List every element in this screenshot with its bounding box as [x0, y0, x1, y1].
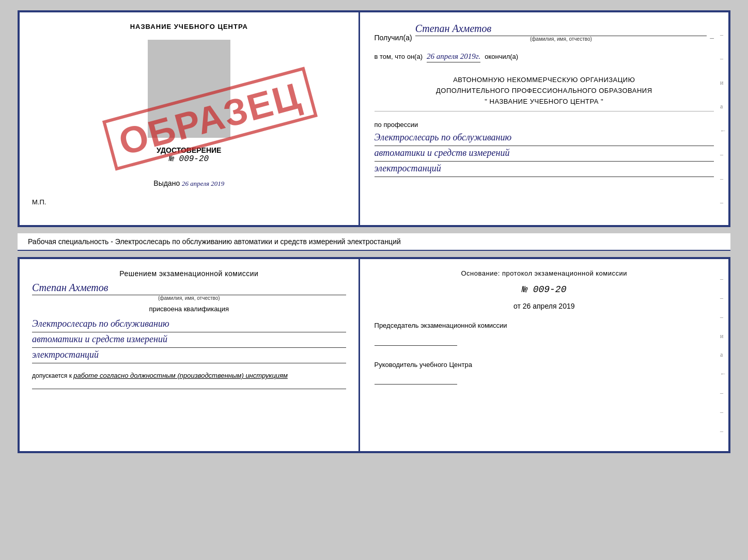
specialty-bar: Рабочая специальность - Электрослесарь п…: [18, 233, 730, 251]
b-dash-r9: –: [720, 427, 726, 435]
b-dash-r3: –: [720, 313, 726, 321]
допускается-value: работе согласно должностным (производств…: [73, 372, 288, 379]
b-dash-r4: и: [720, 332, 726, 340]
head-signature-line: [375, 374, 714, 388]
chairman-label: Председатель экзаменационной комиссии: [375, 321, 714, 331]
dash-r3: и: [720, 79, 726, 87]
org-line2: ДОПОЛНИТЕЛЬНОГО ПРОФЕССИОНАЛЬНОГО ОБРАЗО…: [375, 86, 714, 97]
right-dashes: – – и а ← – – –: [720, 12, 726, 225]
bottom-left-line: [32, 389, 346, 389]
dash-r1: –: [720, 31, 726, 39]
profession-line3: электростанций: [375, 162, 714, 177]
recipient-name: Степан Ахметов: [415, 23, 707, 36]
vtom-date: 26 апреля 2019г.: [427, 52, 480, 62]
head-label: Руководитель учебного Центра: [375, 360, 714, 371]
received-label: Получил(а): [375, 34, 412, 42]
page-wrapper: НАЗВАНИЕ УЧЕБНОГО ЦЕНТРА УДОСТОВЕРЕНИЕ №…: [18, 10, 730, 453]
qualification-line2: автоматики и средств измерений: [32, 332, 346, 348]
b-dash-r7: –: [720, 389, 726, 397]
po-professii-label: по профессии: [375, 121, 714, 129]
dash-r4: а: [720, 103, 726, 110]
prisvoena-label: присвоена квалификация: [32, 305, 346, 313]
issued-label: Выдано: [153, 179, 180, 187]
issued-row: Выдано 26 апреля 2019: [153, 179, 224, 188]
dash-r8: –: [720, 199, 726, 206]
protocol-date: 26 апреля 2019: [523, 302, 575, 310]
vtom-label: в том, что он(а): [375, 53, 423, 60]
profession-line1: Электрослесарь по обслуживанию: [375, 131, 714, 146]
cert-left-panel: НАЗВАНИЕ УЧЕБНОГО ЦЕНТРА УДОСТОВЕРЕНИЕ №…: [20, 12, 360, 225]
profession-block: по профессии Электрослесарь по обслужива…: [375, 121, 714, 177]
chairman-block: Председатель экзаменационной комиссии: [375, 321, 714, 349]
cert-right-panel: Получил(а) Степан Ахметов (фамилия, имя,…: [360, 12, 728, 225]
okonchil-label: окончил(а): [485, 53, 518, 60]
org-block: АВТОНОМНУЮ НЕКОММЕРЧЕСКУЮ ОРГАНИЗАЦИЮ ДО…: [375, 75, 714, 111]
bottom-left-panel: Решением экзаменационной комиссии Степан…: [20, 259, 360, 451]
b-dash-r8: –: [720, 408, 726, 416]
protocol-number: № 009-20: [375, 284, 714, 295]
bottom-certificate-spread: Решением экзаменационной комиссии Степан…: [18, 257, 730, 453]
bottom-right-dashes: – – – и а ← – – –: [720, 259, 726, 451]
chairman-line: [375, 335, 457, 346]
qualification-line3: электростанций: [32, 348, 346, 363]
commission-name: Степан Ахметов: [32, 282, 346, 295]
допускается-block: допускается к работе согласно должностны…: [32, 372, 346, 379]
head-line: [375, 374, 457, 385]
dash-r5: ←: [720, 127, 726, 135]
chairman-signature-line: [375, 335, 714, 349]
dash-r7: –: [720, 175, 726, 183]
dash-top-right: –: [710, 34, 714, 42]
udostoverenie-label: УДОСТОВЕРЕНИЕ: [157, 146, 221, 154]
qualification-block: Электрослесарь по обслуживанию автоматик…: [32, 317, 346, 363]
osnovaniye-title: Основание: протокол экзаменационной коми…: [375, 269, 714, 277]
protocol-date-row: от 26 апреля 2019: [375, 302, 714, 310]
b-dash-r1: –: [720, 275, 726, 283]
qualification-line1: Электрослесарь по обслуживанию: [32, 317, 346, 332]
ot-label: от: [513, 302, 521, 310]
допускается-label: допускается к: [32, 372, 72, 379]
fio-label-top: (фамилия, имя, отчество): [415, 36, 707, 42]
vtom-row: в том, что он(а) 26 апреля 2019г. окончи…: [375, 52, 714, 62]
top-certificate-spread: НАЗВАНИЕ УЧЕБНОГО ЦЕНТРА УДОСТОВЕРЕНИЕ №…: [18, 10, 730, 227]
issued-date: 26 апреля 2019: [182, 180, 224, 187]
head-block: Руководитель учебного Центра: [375, 360, 714, 389]
org-line1: АВТОНОМНУЮ НЕКОММЕРЧЕСКУЮ ОРГАНИЗАЦИЮ: [375, 75, 714, 86]
b-dash-r5: а: [720, 351, 726, 359]
profession-line2: автоматики и средств измерений: [375, 146, 714, 162]
dash-r6: –: [720, 151, 726, 158]
commission-title: Решением экзаменационной комиссии: [32, 269, 346, 278]
mp-label: М.П.: [32, 198, 46, 206]
org-line3: " НАЗВАНИЕ УЧЕБНОГО ЦЕНТРА ": [375, 97, 714, 107]
b-dash-r6: ←: [720, 370, 726, 378]
b-dash-r2: –: [720, 294, 726, 302]
commission-name-block: Степан Ахметов (фамилия, имя, отчество): [32, 282, 346, 301]
cert-number: № 009-20: [169, 154, 209, 164]
dash-r2: –: [720, 55, 726, 62]
cert-left-title: НАЗВАНИЕ УЧЕБНОГО ЦЕНТРА: [130, 23, 248, 30]
commission-fio-label: (фамилия, имя, отчество): [32, 295, 346, 301]
specialty-text: Рабочая специальность - Электрослесарь п…: [28, 237, 401, 246]
bottom-right-panel: Основание: протокол экзаменационной коми…: [360, 259, 728, 451]
recipient-row: Получил(а) Степан Ахметов (фамилия, имя,…: [375, 23, 714, 42]
